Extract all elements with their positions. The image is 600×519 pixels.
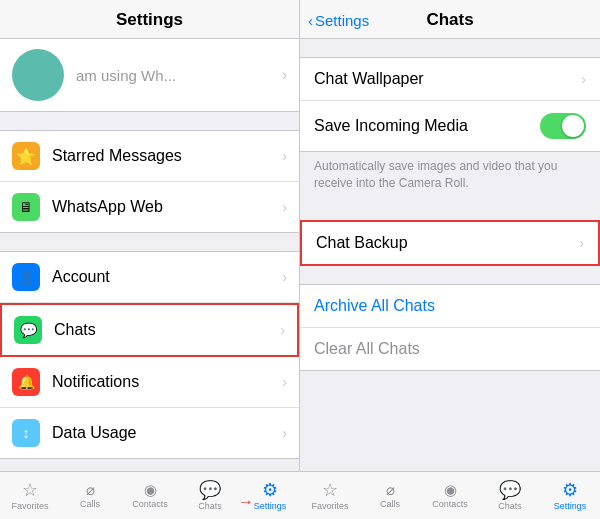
left-tab-bar: ☆ Favorites ⌀ Calls ◉ Contacts 💬 Chats →…	[0, 471, 300, 519]
chats-section-2: Chat Backup ›	[300, 220, 600, 266]
contacts-icon: ◉	[144, 482, 157, 497]
avatar	[12, 49, 64, 101]
left-panel: Settings am using Wh... › ⭐ Starred Mess…	[0, 0, 300, 519]
chats-section-1: Chat Wallpaper › Save Incoming Media	[300, 57, 600, 152]
r-contacts-label: Contacts	[432, 499, 468, 509]
favorites-label: Favorites	[11, 501, 48, 511]
tab-settings-right[interactable]: ⚙ Settings	[540, 481, 600, 511]
contacts-label: Contacts	[132, 499, 168, 509]
calls-icon: ⌀	[86, 482, 95, 497]
chats-icon: 💬	[14, 316, 42, 344]
sidebar-item-notifications[interactable]: 🔔 Notifications ›	[0, 357, 299, 408]
r-calls-label: Calls	[380, 499, 400, 509]
tab-calls-left[interactable]: ⌀ Calls	[60, 482, 120, 509]
tab-favorites-left[interactable]: ☆ Favorites	[0, 481, 60, 511]
notifications-icon: 🔔	[12, 368, 40, 396]
backup-chevron-icon: ›	[579, 235, 584, 251]
chats-chevron-icon: ›	[280, 322, 285, 338]
account-label: Account	[52, 268, 278, 286]
backup-label: Chat Backup	[316, 234, 579, 252]
chats-label: Chats	[54, 321, 276, 339]
account-chevron-icon: ›	[282, 269, 287, 285]
notifications-chevron-icon: ›	[282, 374, 287, 390]
left-header: Settings	[0, 0, 299, 39]
right-header: ‹ Settings Chats	[300, 0, 600, 39]
arrow-icon: →	[238, 493, 254, 511]
favorites-icon: ☆	[22, 481, 38, 499]
right-title: Chats	[426, 10, 473, 30]
chats-section-3: Archive All Chats Clear All Chats	[300, 284, 600, 371]
left-title: Settings	[116, 10, 183, 29]
starred-label: Starred Messages	[52, 147, 278, 165]
back-chevron-icon: ‹	[308, 12, 313, 29]
back-button[interactable]: ‹ Settings	[308, 12, 369, 29]
right-tab-bar: ☆ Favorites ⌀ Calls ◉ Contacts 💬 Chats ⚙…	[300, 471, 600, 519]
chats-tab-icon: 💬	[199, 481, 221, 499]
profile-row[interactable]: am using Wh... ›	[0, 39, 299, 112]
calls-label: Calls	[80, 499, 100, 509]
r-chats-tab-icon: 💬	[499, 481, 521, 499]
save-media-toggle[interactable]	[540, 113, 586, 139]
sidebar-item-whatsapp-web[interactable]: 🖥 WhatsApp Web ›	[0, 182, 299, 232]
r-settings-tab-label: Settings	[554, 501, 587, 511]
sidebar-item-account[interactable]: 👤 Account ›	[0, 252, 299, 303]
profile-chevron-icon: ›	[282, 66, 287, 84]
tab-contacts-left[interactable]: ◉ Contacts	[120, 482, 180, 509]
data-usage-chevron-icon: ›	[282, 425, 287, 441]
clear-chats-row[interactable]: Clear All Chats	[300, 328, 600, 370]
profile-status: am using Wh...	[76, 67, 282, 84]
chats-tab-label: Chats	[198, 501, 222, 511]
sidebar-item-data-usage[interactable]: ↕ Data Usage ›	[0, 408, 299, 458]
save-media-description: Automatically save images and video that…	[300, 152, 600, 202]
tab-chats-left[interactable]: 💬 Chats →	[180, 481, 240, 511]
settings-tab-icon: ⚙	[262, 481, 278, 499]
tab-favorites-right[interactable]: ☆ Favorites	[300, 481, 360, 511]
right-panel: ‹ Settings Chats Chat Wallpaper › Save I…	[300, 0, 600, 519]
left-content: am using Wh... › ⭐ Starred Messages › 🖥 …	[0, 39, 299, 519]
r-favorites-label: Favorites	[311, 501, 348, 511]
settings-tab-label: Settings	[254, 501, 287, 511]
tab-chats-right[interactable]: 💬 Chats	[480, 481, 540, 511]
starred-chevron-icon: ›	[282, 148, 287, 164]
sidebar-item-starred[interactable]: ⭐ Starred Messages ›	[0, 131, 299, 182]
back-label: Settings	[315, 12, 369, 29]
chat-wallpaper-row[interactable]: Chat Wallpaper ›	[300, 58, 600, 101]
r-calls-icon: ⌀	[386, 482, 395, 497]
r-contacts-icon: ◉	[444, 482, 457, 497]
clear-label: Clear All Chats	[314, 340, 586, 358]
wallpaper-label: Chat Wallpaper	[314, 70, 581, 88]
data-usage-label: Data Usage	[52, 424, 278, 442]
starred-icon: ⭐	[12, 142, 40, 170]
r-favorites-icon: ☆	[322, 481, 338, 499]
whatsapp-web-label: WhatsApp Web	[52, 198, 278, 216]
archive-chats-row[interactable]: Archive All Chats	[300, 285, 600, 328]
whatsapp-web-chevron-icon: ›	[282, 199, 287, 215]
account-icon: 👤	[12, 263, 40, 291]
r-settings-tab-icon: ⚙	[562, 481, 578, 499]
right-content: Chat Wallpaper › Save Incoming Media Aut…	[300, 39, 600, 519]
tab-calls-right[interactable]: ⌀ Calls	[360, 482, 420, 509]
notifications-label: Notifications	[52, 373, 278, 391]
settings-group-2: 👤 Account › 💬 Chats › 🔔 Notifications › …	[0, 251, 299, 459]
settings-group-1: ⭐ Starred Messages › 🖥 WhatsApp Web ›	[0, 130, 299, 233]
tab-contacts-right[interactable]: ◉ Contacts	[420, 482, 480, 509]
whatsapp-web-icon: 🖥	[12, 193, 40, 221]
archive-label: Archive All Chats	[314, 297, 586, 315]
wallpaper-chevron-icon: ›	[581, 71, 586, 87]
save-media-row[interactable]: Save Incoming Media	[300, 101, 600, 151]
data-usage-icon: ↕	[12, 419, 40, 447]
save-media-label: Save Incoming Media	[314, 117, 540, 135]
r-chats-tab-label: Chats	[498, 501, 522, 511]
sidebar-item-chats[interactable]: 💬 Chats ›	[0, 303, 299, 357]
chat-backup-row[interactable]: Chat Backup ›	[300, 220, 600, 266]
